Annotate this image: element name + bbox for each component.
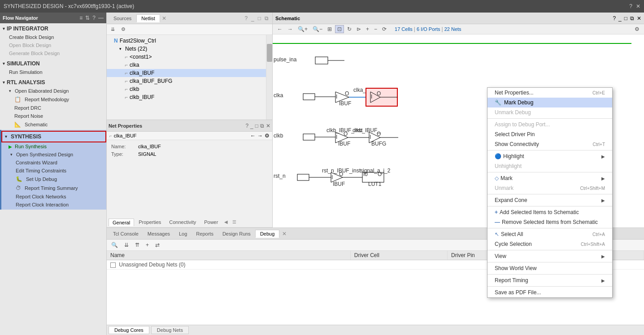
generate-block-design[interactable]: Generate Block Design — [0, 49, 106, 57]
sch-nets-stat[interactable]: 22 Nets — [444, 26, 461, 32]
sch-close[interactable]: ✕ — [637, 15, 641, 21]
sch-reload-btn[interactable]: ⟳ — [380, 25, 388, 33]
create-block-design[interactable]: Create Block Design — [0, 33, 106, 41]
ip-integrator-header[interactable]: ▾ IP INTEGRATOR — [0, 24, 106, 33]
report-clock-interaction[interactable]: Report Clock Interaction — [1, 201, 106, 209]
sch-refresh-btn[interactable]: ↻ — [345, 25, 353, 33]
tree-clkb[interactable]: ⌐ clkb — [107, 85, 266, 93]
nav-icon-4[interactable]: — — [98, 15, 104, 21]
netlist-scroll-thumb[interactable] — [267, 44, 272, 62]
tree-clka-ibuf-bufg[interactable]: ⌐ clka_IBUF_BUFG — [107, 77, 266, 85]
net-props-expand[interactable]: ⧉ — [260, 123, 264, 129]
debug-collapse-btn[interactable]: ⇊ — [122, 241, 131, 249]
ctx-select-all[interactable]: ↖ Select All Ctrl+A — [487, 229, 612, 239]
sch-push-btn[interactable]: ⊳ — [355, 25, 363, 33]
constraints-wizard[interactable]: Constraints Wizard — [1, 159, 106, 167]
footer-tab-debug-nets[interactable]: Debug Nets — [151, 326, 189, 334]
report-noise[interactable]: Report Noise — [0, 112, 106, 120]
settings-btn[interactable]: ⚙ — [119, 25, 128, 34]
rtl-analysis-header[interactable]: ▾ RTL ANALYSIS — [0, 78, 106, 87]
ctx-net-properties[interactable]: Net Properties... Ctrl+E — [487, 88, 612, 98]
run-synthesis-btn[interactable]: Run Synthesis — [1, 142, 106, 150]
netlist-panel-expand[interactable]: ⧉ — [263, 15, 270, 21]
tree-const1[interactable]: ⌐ <const1> — [107, 53, 266, 61]
debug-add-btn[interactable]: + — [144, 241, 151, 249]
tab-reports[interactable]: Reports — [191, 230, 218, 237]
netlist-scrollbar[interactable] — [266, 35, 272, 120]
sources-tab[interactable]: Sources — [109, 14, 136, 22]
net-tab-scroll[interactable]: ◀ — [222, 219, 230, 226]
ctx-cycle-selection[interactable]: Cycle Selection Ctrl+Shift+A — [487, 239, 612, 249]
netlist-tab[interactable]: Netlist — [136, 14, 160, 22]
tab-log[interactable]: Log — [174, 230, 191, 237]
sch-help[interactable]: ? — [613, 15, 616, 21]
ctx-add-selected[interactable]: + Add Selected Items to Schematic — [487, 207, 612, 217]
net-props-minimize[interactable]: _ — [250, 123, 253, 129]
collapse-all-btn[interactable]: ⇊ — [109, 25, 117, 34]
sch-plus-btn[interactable]: + — [364, 25, 371, 33]
sch-back-btn[interactable]: ← — [275, 25, 284, 33]
debug-move-btn[interactable]: ⇄ — [153, 241, 161, 249]
tree-clka[interactable]: ⌐ clka — [107, 61, 266, 69]
ctx-report-timing[interactable]: Report Timing ▶ — [487, 275, 612, 285]
synthesis-header[interactable]: ▾ SYNTHESIS — [1, 131, 106, 142]
tree-nets-group[interactable]: ▾ Nets (22) — [107, 45, 266, 53]
netlist-panel-help[interactable]: ? — [243, 15, 249, 21]
simulation-header[interactable]: ▾ SIMULATION — [0, 59, 106, 68]
ctx-show-world-view[interactable]: Show World View — [487, 263, 612, 273]
debug-search-btn[interactable]: 🔍 — [109, 241, 120, 249]
help-icon[interactable]: ? — [629, 3, 632, 9]
netlist-panel-maximize[interactable]: □ — [256, 15, 263, 21]
tab-messages[interactable]: Messages — [143, 230, 174, 237]
report-timing-summary[interactable]: ⏱Report Timing Summary — [1, 184, 106, 193]
nav-icon-2[interactable]: ⇅ — [85, 15, 90, 21]
ctx-mark[interactable]: ◇ Mark ▶ — [487, 173, 612, 183]
debug-expand-btn[interactable]: ⇈ — [133, 241, 141, 249]
sch-settings-icon[interactable]: ⚙ — [633, 25, 641, 33]
tree-clkb-ibuf[interactable]: ⌐ clkb_IBUF — [107, 93, 266, 101]
net-settings-icon[interactable]: ⚙ — [265, 133, 270, 139]
open-synthesized-design[interactable]: ▾ Open Synthesized Design — [1, 150, 106, 159]
tree-root[interactable]: N Fast2Slow_Ctrl — [107, 37, 266, 45]
ctx-save-pdf[interactable]: Save as PDF File... — [487, 288, 612, 297]
net-tab-menu[interactable]: ☰ — [231, 219, 238, 226]
ctx-highlight[interactable]: 🔵 Highlight ▶ — [487, 151, 612, 161]
ctx-show-connectivity[interactable]: Show Connectivity Ctrl+T — [487, 139, 612, 149]
nav-icon-3[interactable]: ? — [92, 15, 96, 21]
close-icon[interactable]: ✕ — [636, 3, 640, 9]
sch-expand[interactable]: □ — [624, 15, 627, 21]
sch-zoom-in-btn[interactable]: 🔍+ — [296, 25, 309, 33]
net-nav-right[interactable]: → — [257, 133, 263, 139]
net-props-maximize[interactable]: □ — [255, 123, 258, 129]
tab-design-runs[interactable]: Design Runs — [218, 230, 255, 237]
netlist-tab-close[interactable]: ✕ — [162, 15, 166, 21]
ctx-remove-selected[interactable]: — Remove Selected Items from Schematic — [487, 217, 612, 227]
net-tab-connectivity[interactable]: Connectivity — [165, 219, 200, 226]
report-drc[interactable]: Report DRC — [0, 104, 106, 112]
tab-tcl-console[interactable]: Tcl Console — [109, 230, 143, 237]
ctx-mark-debug[interactable]: 🔧 Mark Debug — [487, 98, 612, 107]
net-props-close[interactable]: ✕ — [266, 123, 270, 129]
ctx-view[interactable]: View ▶ — [487, 251, 612, 261]
set-up-debug[interactable]: 🐛Set Up Debug — [1, 175, 106, 184]
net-props-help[interactable]: ? — [245, 123, 248, 129]
nav-icon-1[interactable]: ≡ — [79, 15, 83, 21]
net-tab-general[interactable]: General — [109, 219, 134, 226]
sch-minus-btn[interactable]: − — [372, 25, 379, 33]
netlist-panel-minimize[interactable]: _ — [249, 15, 256, 21]
net-nav-left[interactable]: ← — [250, 133, 256, 139]
tree-clka-ibuf[interactable]: ⌐ clka_IBUF — [107, 69, 266, 77]
run-simulation[interactable]: Run Simulation — [0, 68, 106, 76]
net-tab-power[interactable]: Power — [200, 219, 222, 226]
sch-forward-btn[interactable]: → — [286, 25, 295, 33]
edit-timing-constraints[interactable]: Edit Timing Constraints — [1, 167, 106, 175]
tab-debug[interactable]: Debug — [255, 230, 279, 238]
sch-zoom-out-btn[interactable]: 🔍− — [311, 25, 324, 33]
ctx-expand-cone[interactable]: Expand Cone ▶ — [487, 195, 612, 205]
ctx-select-driver-pin[interactable]: Select Driver Pin — [487, 129, 612, 139]
schematic-nav[interactable]: 📐Schematic — [0, 120, 106, 129]
sch-float[interactable]: ⧉ — [630, 15, 634, 21]
report-clock-networks[interactable]: Report Clock Networks — [1, 193, 106, 201]
open-block-design[interactable]: Open Block Design — [0, 41, 106, 49]
debug-tab-close[interactable]: ✕ — [279, 230, 289, 238]
